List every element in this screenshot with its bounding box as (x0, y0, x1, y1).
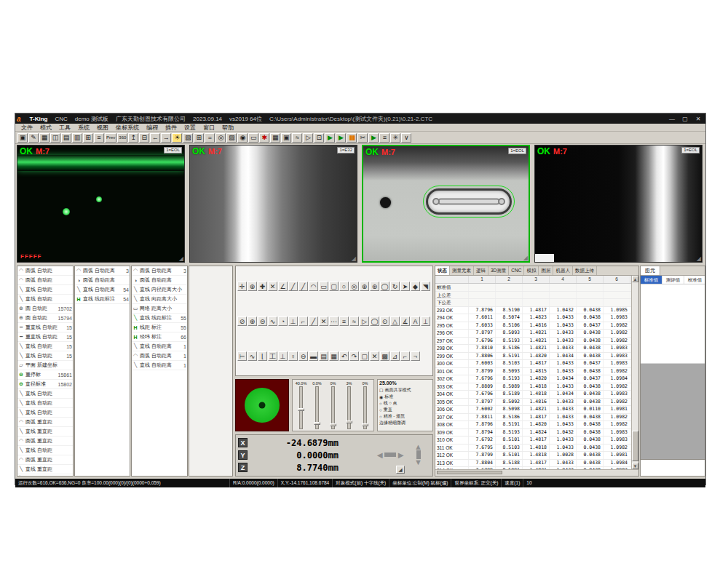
tool-icon[interactable]: ◯ (370, 316, 379, 326)
list-item[interactable]: H线距标注55 (132, 323, 187, 332)
table-row[interactable]: 309 OK7.87948.51931.48241.04320.04381.09… (435, 429, 631, 437)
tool-icon[interactable]: ▢ (329, 282, 339, 291)
column-header[interactable]: 5 (577, 276, 604, 283)
close-button[interactable]: ✕ (692, 115, 704, 123)
table-tab-4[interactable]: CNC (509, 266, 524, 275)
tool-icon[interactable]: ⊥ (278, 351, 288, 361)
list-item[interactable]: ╲直线向距离大小 (132, 295, 187, 304)
table-row[interactable]: 301 OK7.87998.50931.48151.04330.04381.09… (435, 368, 631, 376)
menu-item-2[interactable]: 工具 (56, 124, 74, 132)
list-item[interactable]: ╲直线自动距离54 (75, 285, 130, 295)
tool-icon[interactable]: 工 (268, 351, 277, 361)
toolbar-light-button[interactable]: ☀ (172, 133, 182, 143)
tool-icon[interactable]: ◠ (309, 282, 318, 291)
column-header[interactable]: 6 (604, 276, 630, 283)
tool-icon[interactable]: ◯ (380, 282, 389, 291)
scroll-up-icon[interactable]: ▲ (632, 276, 638, 282)
toolbar-target-button[interactable]: ▣ (281, 133, 291, 143)
list-item[interactable]: ◑圆弧自动距离 (75, 276, 130, 285)
tool-icon[interactable]: ⊕ (248, 316, 257, 326)
table-tab-2[interactable]: 逻辑 (474, 266, 488, 275)
slider-thumb[interactable] (330, 423, 336, 426)
scroll-track[interactable] (632, 282, 638, 463)
table-row[interactable]: 313 OK7.88048.51881.48171.04330.04381.09… (435, 460, 631, 468)
slider-1[interactable]: 0.0% (311, 381, 323, 429)
slider-thumb[interactable] (346, 420, 352, 423)
toolbar-move-up-button[interactable]: ↥ (128, 133, 138, 143)
column-header[interactable]: 4 (550, 276, 577, 283)
jog-down-icon[interactable]: ▼ (414, 459, 422, 466)
list-item[interactable]: ╲直线自动距离1 (132, 342, 187, 351)
table-tab-8[interactable]: 数据上传 (573, 266, 597, 275)
table-row[interactable]: 310 OK7.67928.51011.48171.04330.04381.09… (435, 437, 631, 445)
jog-right-icon[interactable]: ► (396, 450, 405, 461)
table-tab-1[interactable]: 测量元素 (450, 266, 474, 275)
menu-item-0[interactable]: 文件 (18, 124, 36, 132)
jog-horizontal-arrows[interactable]: ◄► (375, 450, 405, 461)
jog-left-icon[interactable]: ◄ (375, 450, 384, 461)
table-row[interactable]: 311 OK7.67958.51031.48181.04330.04381.09… (435, 445, 631, 453)
table-row[interactable]: 304 OK7.67968.51891.48181.04340.04381.09… (435, 391, 631, 399)
list-item[interactable]: ⊖重停标15861 (17, 370, 73, 380)
hscroll-thumb[interactable] (437, 471, 502, 474)
slider-track[interactable] (315, 386, 319, 429)
camera-view-3-selected[interactable]: OK M:7 1=EOL ◢ (362, 145, 530, 263)
list-item[interactable]: ◠圆弧自动距 (17, 276, 73, 285)
toolbar-step-button[interactable]: ▷ (303, 133, 313, 143)
menu-item-3[interactable]: 系统 (75, 124, 92, 132)
tool-icon[interactable]: ➤ (400, 282, 410, 291)
tool-icon[interactable]: ⊘ (237, 316, 247, 326)
tool-icon[interactable]: ✕ (370, 351, 379, 361)
list-item[interactable]: ◠圆弧自动距离3 (75, 266, 130, 276)
column-header[interactable]: 2 (496, 276, 523, 283)
list-item[interactable]: ⊖直径标准15802 (17, 380, 73, 389)
slider-thumb[interactable] (362, 423, 368, 426)
radio-icon[interactable]: ◉ (379, 394, 383, 399)
tool-icon[interactable]: ▤ (319, 351, 328, 361)
tool-icon[interactable]: A (411, 316, 420, 326)
resize-grip-icon[interactable]: ◢ (179, 256, 183, 262)
list-item[interactable]: ━重直线自动距15 (17, 332, 73, 342)
toolbar-hatch-button[interactable]: ▨ (226, 133, 237, 143)
tool-icon[interactable]: ≈ (349, 316, 359, 326)
toolbar-rows-button[interactable]: ≡ (94, 133, 104, 143)
column-header[interactable]: 3 (523, 276, 550, 283)
table-row-fixed[interactable]: 标准值 (435, 284, 631, 292)
toolbar-play-button[interactable]: ▶ (368, 133, 379, 143)
tool-icon[interactable]: ✚ (258, 282, 267, 291)
list-item[interactable]: ╲直线重直距 (17, 427, 73, 437)
menu-item-1[interactable]: 模式 (37, 124, 55, 132)
table-tab-7[interactable]: 机器人 (553, 266, 573, 275)
table-row[interactable]: 300 OK7.60038.51031.48171.04330.04371.09… (435, 360, 631, 368)
camera-view-2[interactable]: OK M:7 1=E32 ◢ (189, 145, 357, 263)
table-tab-5[interactable]: 模拟 (524, 266, 539, 275)
toolbar-focus-button[interactable]: ◎ (215, 133, 226, 143)
list-item[interactable]: ╲直线内径距离大小 (132, 285, 187, 295)
table-row[interactable]: 312 OK7.87998.51011.48181.00280.04381.09… (435, 452, 631, 460)
tool-icon[interactable]: ↻ (390, 282, 400, 291)
toolbar-calibration-button[interactable]: ✱ (259, 133, 269, 143)
option-5[interactable]: 边缘精细微调 (379, 420, 431, 426)
jog-up-icon[interactable]: ▲ (414, 444, 422, 450)
menu-item-8[interactable]: 设置 (181, 124, 199, 132)
toolbar-shading-button[interactable]: ▧ (183, 133, 193, 143)
table-tab-3[interactable]: 3D测量 (488, 266, 509, 275)
tool-icon[interactable]: ⋯ (329, 316, 339, 326)
tool-icon[interactable]: ╱ (309, 316, 318, 326)
list-item[interactable]: ◠圆弧自动距 (17, 266, 73, 276)
list-item[interactable]: ╲直线自动距 (17, 399, 73, 408)
jog-vertical-arrows[interactable]: ▲▼ (414, 444, 422, 466)
tool-icon[interactable]: ⌊ (258, 351, 267, 361)
toolbar-cut-button[interactable]: ✂ (357, 133, 368, 143)
table-row[interactable]: 299 OK7.88068.51911.48201.04340.04381.09… (435, 353, 631, 361)
side-values-area[interactable] (641, 284, 705, 364)
menu-item-5[interactable]: 坐标系统 (113, 124, 142, 132)
toolbar-capture-button[interactable]: ◉ (237, 133, 248, 143)
table-vscrollbar[interactable]: ▲ ▼ (631, 276, 638, 469)
slider-2[interactable]: 0% (327, 381, 339, 429)
tool-icon[interactable]: ⊿ (390, 351, 400, 361)
tool-icon[interactable]: ╱ (298, 282, 308, 291)
toolbar-split-view-button[interactable]: ◫ (50, 133, 60, 143)
tool-icon[interactable]: △ (390, 316, 400, 326)
list-item[interactable]: ◠圆弧重直距 (17, 455, 73, 465)
